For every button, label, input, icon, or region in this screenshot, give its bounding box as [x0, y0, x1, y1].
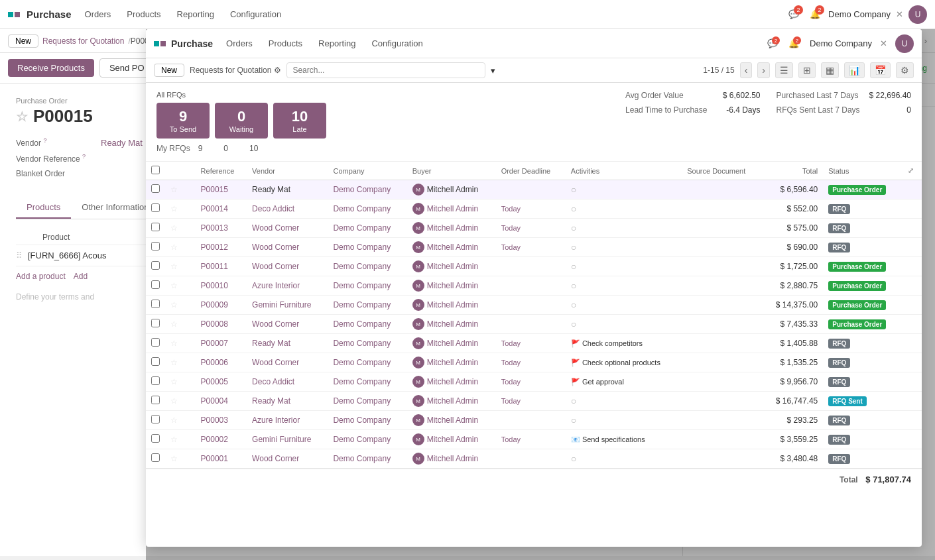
activity-circle-icon[interactable]: ○	[571, 242, 576, 252]
row-checkbox[interactable]	[151, 223, 160, 231]
select-all-checkbox[interactable]	[151, 166, 160, 174]
company-link[interactable]: Demo Company	[333, 358, 391, 367]
company-link[interactable]: Demo Company	[333, 416, 391, 425]
stat-late[interactable]: 10 Late	[273, 103, 326, 139]
all-rfqs-label[interactable]: All RFQs	[156, 91, 326, 99]
row-checkbox[interactable]	[151, 242, 160, 251]
rfq-app-name[interactable]: Purchase	[171, 38, 213, 49]
rfq-reference-link[interactable]: P00007	[201, 339, 228, 348]
settings-view-btn[interactable]: ⚙	[896, 62, 914, 78]
activity-circle-icon[interactable]: ○	[571, 261, 576, 272]
notification-btn-2[interactable]: 🔔 2	[807, 7, 823, 22]
activity-flag-icon[interactable]: 🚩 Check optional products	[571, 359, 660, 367]
company-link[interactable]: Demo Company	[333, 319, 391, 329]
rfq-search-dropdown[interactable]: ▾	[491, 66, 504, 76]
rfq-reference-link[interactable]: P00005	[201, 377, 228, 386]
company-link[interactable]: Demo Company	[333, 377, 391, 386]
company-link[interactable]: Demo Company	[333, 262, 391, 271]
row-star-icon[interactable]: ☆	[170, 223, 178, 233]
row-star-icon[interactable]: ☆	[170, 243, 178, 252]
row-star-icon[interactable]: ☆	[170, 319, 178, 329]
vendor-value[interactable]: Ready Mat	[101, 138, 143, 148]
row-checkbox[interactable]	[151, 338, 160, 347]
stat-to-send[interactable]: 9 To Send	[156, 103, 210, 139]
rfq-nav-orders[interactable]: Orders	[218, 36, 261, 51]
row-star-icon[interactable]: ☆	[170, 396, 178, 406]
th-buyer[interactable]: Buyer	[407, 162, 496, 180]
receive-products-button[interactable]: Receive Products	[8, 59, 94, 77]
th-total[interactable]: Total	[762, 162, 823, 180]
row-star-icon[interactable]: ☆	[170, 377, 178, 386]
close-icon[interactable]: ✕	[896, 9, 903, 19]
activity-circle-icon[interactable]: ○	[571, 184, 576, 195]
row-checkbox[interactable]	[151, 434, 160, 443]
row-star-icon[interactable]: ☆	[170, 300, 178, 309]
company-link[interactable]: Demo Company	[333, 396, 391, 406]
rfq-reference-link[interactable]: P00008	[201, 319, 228, 329]
rfq-nav-products[interactable]: Products	[261, 36, 310, 51]
rfq-search-input[interactable]	[286, 62, 485, 78]
new-button[interactable]: New	[8, 34, 38, 48]
row-checkbox[interactable]	[151, 376, 160, 385]
rfq-settings-icon[interactable]: ⚙	[274, 66, 281, 75]
rfq-user-avatar[interactable]: U	[895, 34, 914, 53]
activity-circle-icon[interactable]: ○	[571, 300, 576, 310]
rfq-reference-link[interactable]: P00014	[201, 204, 228, 213]
activity-flag-icon[interactable]: 🚩 Check competitors	[571, 339, 643, 348]
activity-circle-icon[interactable]: ○	[571, 396, 576, 406]
activity-flag-icon[interactable]: 📧 Send specifications	[571, 435, 645, 444]
rfq-nav-configuration[interactable]: Configuration	[363, 36, 430, 51]
activity-flag-icon[interactable]: 🚩 Get approval	[571, 378, 624, 386]
row-checkbox[interactable]	[151, 415, 160, 423]
product-name[interactable]: [FURN_6666] Acous	[28, 251, 107, 260]
rfq-nav-reporting[interactable]: Reporting	[310, 36, 363, 51]
row-checkbox[interactable]	[151, 261, 160, 270]
row-checkbox[interactable]	[151, 203, 160, 212]
kanban-view-btn[interactable]: ⊞	[798, 62, 816, 78]
company-link[interactable]: Demo Company	[333, 281, 391, 290]
row-checkbox[interactable]	[151, 396, 160, 404]
graph-view-btn[interactable]: 📊	[844, 62, 865, 78]
row-checkbox[interactable]	[151, 300, 160, 308]
th-company[interactable]: Company	[328, 162, 406, 180]
nav-reporting[interactable]: Reporting	[169, 7, 222, 22]
app-name[interactable]: Purchase	[27, 9, 72, 20]
list-view-btn[interactable]: ☰	[775, 62, 793, 78]
grid-view-btn[interactable]: ▦	[821, 62, 839, 78]
terms-placeholder[interactable]: Define your terms and	[16, 292, 94, 302]
company-link[interactable]: Demo Company	[333, 435, 391, 444]
company-link[interactable]: Demo Company	[333, 185, 391, 194]
rfq-reference-link[interactable]: P00001	[201, 454, 228, 463]
row-checkbox[interactable]	[151, 453, 160, 462]
row-checkbox[interactable]	[151, 184, 160, 193]
rfq-reference-link[interactable]: P00013	[201, 223, 228, 233]
row-star-icon[interactable]: ☆	[170, 339, 178, 348]
activity-circle-icon[interactable]: ○	[571, 453, 576, 464]
activity-circle-icon[interactable]: ○	[571, 415, 576, 425]
company-link[interactable]: Demo Company	[333, 204, 391, 213]
row-star-icon[interactable]: ☆	[170, 262, 178, 271]
row-star-icon[interactable]: ☆	[170, 281, 178, 290]
activity-circle-icon[interactable]: ○	[571, 319, 576, 329]
app-logo[interactable]: Purchase	[8, 9, 72, 20]
company-link[interactable]: Demo Company	[333, 339, 391, 348]
row-checkbox[interactable]	[151, 319, 160, 327]
rfq-reference-link[interactable]: P00004	[201, 396, 228, 406]
favorite-star-icon[interactable]: ☆	[16, 109, 28, 125]
drag-handle-icon[interactable]: ⠿	[16, 251, 23, 260]
rfq-new-button[interactable]: New	[154, 64, 184, 77]
row-star-icon[interactable]: ☆	[170, 204, 178, 213]
add-catalog-link[interactable]: Add	[74, 272, 88, 281]
nav-products[interactable]: Products	[119, 7, 168, 22]
row-checkbox[interactable]	[151, 357, 160, 366]
rfq-reference-link[interactable]: P00010	[201, 281, 228, 290]
breadcrumb-parent[interactable]: Requests for Quotation	[42, 36, 124, 46]
rfq-next-btn[interactable]: ›	[757, 62, 770, 78]
rfq-reference-link[interactable]: P00002	[201, 435, 228, 444]
nav-orders[interactable]: Orders	[77, 7, 119, 22]
activity-circle-icon[interactable]: ○	[571, 280, 576, 291]
company-link[interactable]: Demo Company	[333, 300, 391, 309]
row-star-icon[interactable]: ☆	[170, 416, 178, 425]
activity-circle-icon[interactable]: ○	[571, 203, 576, 214]
notification-btn-1[interactable]: 💬 2	[786, 7, 802, 22]
